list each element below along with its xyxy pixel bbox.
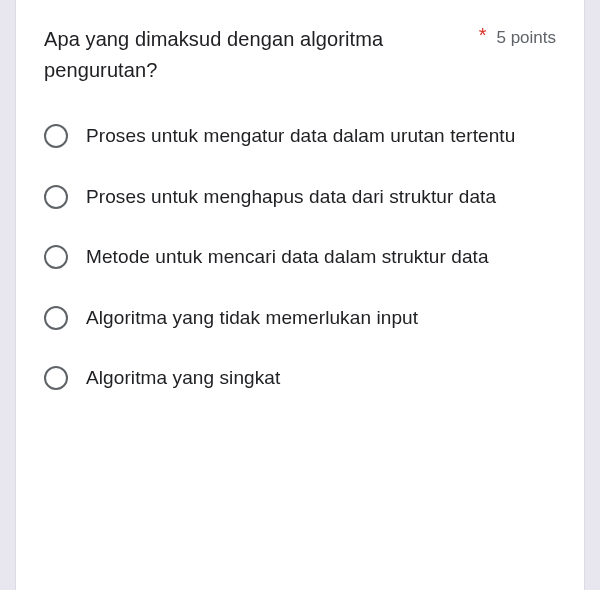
option-item[interactable]: Proses untuk mengatur data dalam urutan … [44, 122, 556, 151]
points-label: 5 points [496, 24, 556, 48]
required-mark: * [479, 24, 487, 47]
option-label: Proses untuk menghapus data dari struktu… [86, 183, 496, 212]
option-label: Proses untuk mengatur data dalam urutan … [86, 122, 515, 151]
option-item[interactable]: Proses untuk menghapus data dari struktu… [44, 183, 556, 212]
radio-icon [44, 185, 68, 209]
option-label: Algoritma yang tidak memerlukan input [86, 304, 418, 333]
option-label: Algoritma yang singkat [86, 364, 280, 393]
radio-icon [44, 306, 68, 330]
option-item[interactable]: Algoritma yang tidak memerlukan input [44, 304, 556, 333]
question-text: Apa yang dimaksud dengan algoritma pengu… [44, 24, 473, 86]
question-card: Apa yang dimaksud dengan algoritma pengu… [15, 0, 585, 590]
question-header: Apa yang dimaksud dengan algoritma pengu… [44, 24, 556, 86]
radio-icon [44, 366, 68, 390]
option-label: Metode untuk mencari data dalam struktur… [86, 243, 489, 272]
options-list: Proses untuk mengatur data dalam urutan … [44, 122, 556, 393]
radio-icon [44, 245, 68, 269]
question-text-line: Apa yang dimaksud dengan algoritma pengu… [44, 28, 383, 81]
option-item[interactable]: Metode untuk mencari data dalam struktur… [44, 243, 556, 272]
radio-icon [44, 124, 68, 148]
option-item[interactable]: Algoritma yang singkat [44, 364, 556, 393]
